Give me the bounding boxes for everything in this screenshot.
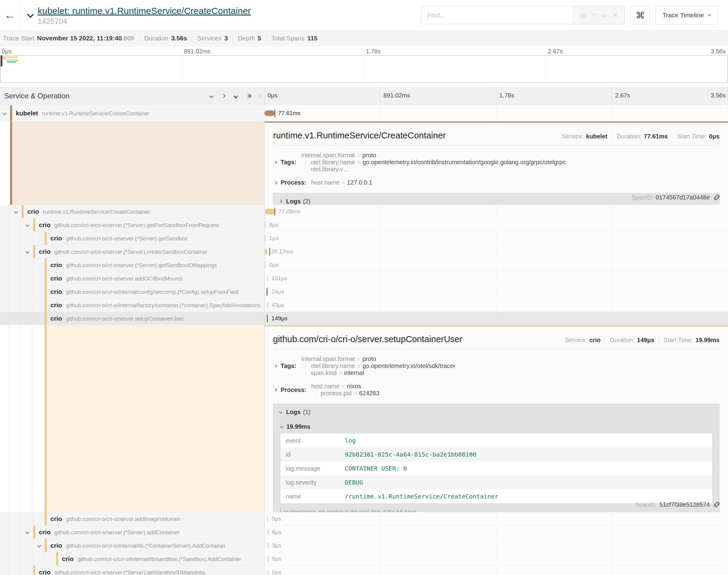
span-duration-bar[interactable] <box>265 249 268 255</box>
span-row-name-cell[interactable]: crio github.com/cri-o/cri-o/internal/con… <box>0 285 265 298</box>
process-row[interactable]: Process: host.name = 127.0.0.1 <box>273 179 720 186</box>
span-row-timeline-cell[interactable]: 8μs <box>265 218 728 232</box>
span-row-timeline-cell[interactable]: 6μs <box>265 526 728 539</box>
span-duration-bar[interactable] <box>267 275 268 281</box>
logs-header[interactable]: Logs (1) <box>273 404 719 420</box>
minimap-canvas[interactable] <box>0 55 728 82</box>
back-button[interactable]: ← <box>0 0 20 30</box>
span-expand-chevron-icon[interactable] <box>38 544 40 547</box>
span-row-timeline-cell[interactable]: 24μs <box>265 285 728 298</box>
span-row-timeline-cell[interactable]: 43μs <box>265 298 728 312</box>
span-row-timeline-cell[interactable]: 77.08ms <box>265 205 728 218</box>
span-row-timeline-cell[interactable]: 0μs <box>265 566 728 575</box>
column-resizer[interactable] <box>259 94 261 98</box>
span-row-name-cell[interactable]: crio github.com/cri-o/cri-o/server.setup… <box>0 312 265 325</box>
link-icon[interactable] <box>713 501 721 509</box>
span-row-name-cell[interactable]: crio github.com/cri-o/cri-o/internal/lib… <box>0 552 265 566</box>
span-duration-bar[interactable] <box>268 543 268 548</box>
span-row[interactable]: crio github.com/cri-o/cri-o/server.(*Ser… <box>0 245 728 258</box>
span-row[interactable]: crio github.com/cri-o/cri-o/server.(*Ser… <box>0 566 728 575</box>
expand-one-icon[interactable] <box>222 94 225 97</box>
find-controls: ◎ × <box>572 6 625 24</box>
tags-list: internal.span.format = proto otel.librar… <box>301 152 566 173</box>
indent-guide <box>20 272 21 285</box>
span-row[interactable]: crio github.com/cri-o/cri-o/server.(*Ser… <box>0 218 728 232</box>
find-input[interactable] <box>421 6 572 24</box>
expand-all-icon[interactable] <box>246 94 251 97</box>
span-row[interactable]: crio github.com/cri-o/cri-o/server.addIm… <box>0 512 728 526</box>
span-expand-chevron-icon[interactable] <box>26 250 29 253</box>
span-duration-bar[interactable] <box>267 302 268 308</box>
trace-title-link[interactable]: kubelet: runtime.v1.RuntimeService/Creat… <box>38 6 251 16</box>
span-row-name-cell[interactable]: crio github.com/cri-o/cri-o/server.(*Ser… <box>0 245 265 258</box>
span-duration-bar[interactable] <box>265 235 266 241</box>
trace-stat: Depth 5 <box>228 35 261 42</box>
span-detail-panel: runtime.v1.RuntimeService/CreateContaine… <box>265 122 728 205</box>
link-icon[interactable] <box>713 193 721 201</box>
collapse-all-icon[interactable] <box>234 94 237 98</box>
span-row-name-cell[interactable]: kubelet runtime.v1.RuntimeService/Create… <box>0 105 265 122</box>
find-next-icon[interactable] <box>603 12 606 18</box>
span-row[interactable]: kubelet runtime.v1.RuntimeService/Create… <box>0 105 728 122</box>
span-row-name-cell[interactable]: crio github.com/cri-o/cri-o/server.(*Ser… <box>0 218 265 232</box>
span-row-timeline-cell[interactable]: 151μs <box>265 272 728 285</box>
span-row[interactable]: crio github.com/cri-o/cri-o/server.setup… <box>0 312 728 325</box>
tags-label: Tags: <box>280 363 296 369</box>
span-row-name-cell[interactable]: crio github.com/cri-o/cri-o/server.(*Ser… <box>0 526 265 539</box>
span-duration-bar[interactable] <box>265 209 275 214</box>
span-row-name-cell[interactable]: crio github.com/cri-o/cri-o/server.addIm… <box>0 512 265 526</box>
span-duration-bar[interactable] <box>267 289 268 295</box>
span-duration-bar[interactable] <box>268 556 268 562</box>
span-row-name-cell[interactable]: crio github.com/cri-o/cri-o/server.(*Ser… <box>0 232 265 245</box>
span-duration-bar[interactable] <box>265 110 274 116</box>
span-row[interactable]: crio github.com/cri-o/cri-o/internal/fac… <box>0 298 728 312</box>
span-row[interactable]: crio github.com/cri-o/cri-o/server.(*Ser… <box>0 232 728 245</box>
find-prev-icon[interactable] <box>593 12 596 18</box>
span-row[interactable]: crio runtime.v1.RuntimeService/CreateCon… <box>0 205 728 218</box>
kv-key: host.name <box>311 179 339 186</box>
trace-collapse-chevron-icon[interactable] <box>28 12 33 18</box>
span-duration-bar[interactable] <box>268 529 268 535</box>
span-row-timeline-cell[interactable]: 149μs <box>265 312 728 325</box>
span-row-timeline-cell[interactable]: 20.17ms <box>265 245 728 258</box>
span-expand-chevron-icon[interactable] <box>26 531 29 533</box>
span-row-name-cell[interactable]: crio github.com/cri-o/cri-o/server.(*Ser… <box>0 566 265 575</box>
minimap-scrubber[interactable] <box>1 56 2 66</box>
span-duration-bar[interactable] <box>267 516 268 521</box>
span-row[interactable]: crio github.com/cri-o/cri-o/server.(*Ser… <box>0 258 728 272</box>
span-row-name-cell[interactable]: crio github.com/cri-o/cri-o/internal/fac… <box>0 298 265 312</box>
clear-find-icon[interactable]: × <box>613 11 618 20</box>
trace-view-selector[interactable]: Trace Timeline <box>655 5 718 25</box>
span-row-timeline-cell[interactable]: 0μs <box>265 258 728 272</box>
target-icon[interactable]: ◎ <box>580 12 586 19</box>
span-row-name-cell[interactable]: crio github.com/cri-o/cri-o/server.(*Ser… <box>0 258 265 272</box>
span-duration-bar[interactable] <box>268 569 269 575</box>
span-row-timeline-cell[interactable]: 0μs <box>265 552 728 566</box>
span-duration-bar[interactable] <box>265 222 266 228</box>
span-expand-chevron-icon[interactable] <box>26 224 29 226</box>
tags-row[interactable]: Tags: internal.span.format = proto otel.… <box>273 356 720 376</box>
log-entry-header[interactable]: 19.99ms <box>273 420 719 433</box>
span-row-name-cell[interactable]: crio runtime.v1.RuntimeService/CreateCon… <box>0 205 265 218</box>
process-row[interactable]: Process: host.name = nixos process.pid =… <box>273 383 720 397</box>
span-row-name-cell[interactable]: crio github.com/cri-o/cri-o/internal/lib… <box>0 539 265 552</box>
span-row[interactable]: crio github.com/cri-o/cri-o/internal/con… <box>0 285 728 298</box>
span-expand-chevron-icon[interactable] <box>3 112 6 115</box>
span-row-timeline-cell[interactable]: 1μs <box>265 232 728 245</box>
kv-equals: = <box>357 356 361 363</box>
collapse-one-icon[interactable] <box>210 94 213 97</box>
keyboard-shortcuts-button[interactable]: ⌘ <box>630 5 650 25</box>
span-row-name-cell[interactable]: crio github.com/cri-o/cri-o/server.addOC… <box>0 272 265 285</box>
span-row-timeline-cell[interactable]: 0μs <box>265 512 728 526</box>
span-row[interactable]: crio github.com/cri-o/cri-o/server.(*Ser… <box>0 526 728 539</box>
span-row[interactable]: crio github.com/cri-o/cri-o/internal/lib… <box>0 552 728 566</box>
kv-equals: = <box>357 159 361 166</box>
span-row-timeline-cell[interactable]: 3μs <box>265 539 728 552</box>
span-duration-label: 43μs <box>272 302 285 308</box>
span-expand-chevron-icon[interactable] <box>14 210 17 213</box>
span-row[interactable]: crio github.com/cri-o/cri-o/internal/lib… <box>0 539 728 552</box>
span-row[interactable]: crio github.com/cri-o/cri-o/server.addOC… <box>0 272 728 285</box>
span-duration-bar[interactable] <box>265 262 266 268</box>
span-row-timeline-cell[interactable]: 77.61ms <box>265 105 728 122</box>
tags-row[interactable]: Tags: internal.span.format = proto otel.… <box>273 152 720 173</box>
